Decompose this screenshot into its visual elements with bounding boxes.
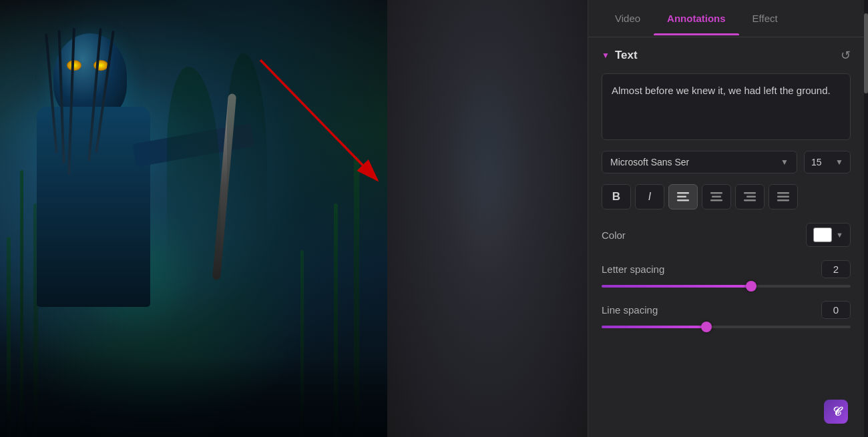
panel-content: ▼ Text ↺ Almost before we knew it, we ha…	[588, 37, 864, 402]
text-content-value: Almost before we knew it, we had left th…	[612, 83, 841, 130]
font-size-select[interactable]: 15 ▼	[804, 151, 851, 173]
app-logo: 𝒞	[824, 400, 848, 424]
section-collapse-arrow[interactable]: ▼	[602, 51, 610, 60]
right-panel: Video Annotations Effect ▼ Text ↺ Almost…	[588, 0, 864, 437]
tab-video[interactable]: Video	[602, 2, 654, 35]
letter-spacing-fill	[602, 285, 751, 288]
bold-button[interactable]: B	[602, 184, 631, 209]
video-panel	[0, 0, 387, 437]
svg-rect-10	[744, 199, 756, 201]
color-label: Color	[602, 230, 626, 241]
font-select-arrow-icon: ▼	[781, 157, 789, 167]
format-buttons-row: B I	[602, 184, 851, 209]
line-spacing-fill	[602, 326, 706, 328]
line-spacing-row: Line spacing 0	[602, 301, 851, 328]
scrollbar-thumb[interactable]	[864, 13, 868, 93]
letter-spacing-row: Letter spacing 2	[602, 260, 851, 288]
scrollbar[interactable]	[864, 0, 868, 437]
font-size-arrow-icon: ▼	[835, 157, 843, 167]
align-left-button[interactable]	[668, 184, 698, 209]
letter-spacing-thumb[interactable]	[746, 281, 756, 292]
text-section-header: ▼ Text ↺	[602, 48, 851, 63]
letter-spacing-label: Letter spacing	[602, 264, 664, 275]
svg-rect-2	[677, 192, 689, 194]
tab-effect[interactable]: Effect	[739, 2, 791, 35]
color-picker-button[interactable]: ▼	[806, 223, 851, 247]
line-spacing-value: 0	[821, 301, 851, 319]
italic-button[interactable]: I	[635, 184, 664, 209]
text-section-title: Text	[615, 49, 638, 62]
font-row: Microsoft Sans Ser ▼ 15 ▼	[602, 151, 851, 173]
justify-button[interactable]	[769, 184, 798, 209]
svg-rect-8	[744, 192, 756, 194]
color-row: Color ▼	[602, 223, 851, 247]
font-family-select[interactable]: Microsoft Sans Ser ▼	[602, 151, 797, 173]
font-family-value: Microsoft Sans Ser	[610, 157, 689, 167]
svg-rect-3	[677, 196, 686, 198]
align-right-button[interactable]	[735, 184, 765, 209]
svg-rect-12	[777, 196, 789, 198]
svg-rect-13	[777, 199, 789, 201]
tab-annotations[interactable]: Annotations	[654, 2, 739, 35]
color-arrow-icon: ▼	[836, 231, 843, 239]
reset-button[interactable]: ↺	[841, 48, 851, 63]
letter-spacing-value: 2	[821, 260, 851, 278]
svg-rect-11	[777, 192, 789, 194]
letter-spacing-track[interactable]	[602, 285, 851, 288]
svg-rect-5	[710, 192, 722, 194]
svg-rect-9	[746, 196, 756, 198]
color-swatch	[813, 228, 832, 242]
svg-rect-7	[710, 199, 722, 201]
svg-rect-4	[677, 199, 689, 201]
line-spacing-track[interactable]	[602, 326, 851, 328]
preview-panel	[387, 0, 588, 437]
line-spacing-thumb[interactable]	[701, 322, 712, 332]
align-center-button[interactable]	[702, 184, 731, 209]
text-content-area[interactable]: Almost before we knew it, we had left th…	[602, 73, 851, 140]
font-size-value: 15	[811, 157, 822, 167]
svg-rect-6	[712, 196, 721, 198]
line-spacing-label: Line spacing	[602, 304, 658, 316]
tab-bar: Video Annotations Effect	[588, 0, 864, 37]
